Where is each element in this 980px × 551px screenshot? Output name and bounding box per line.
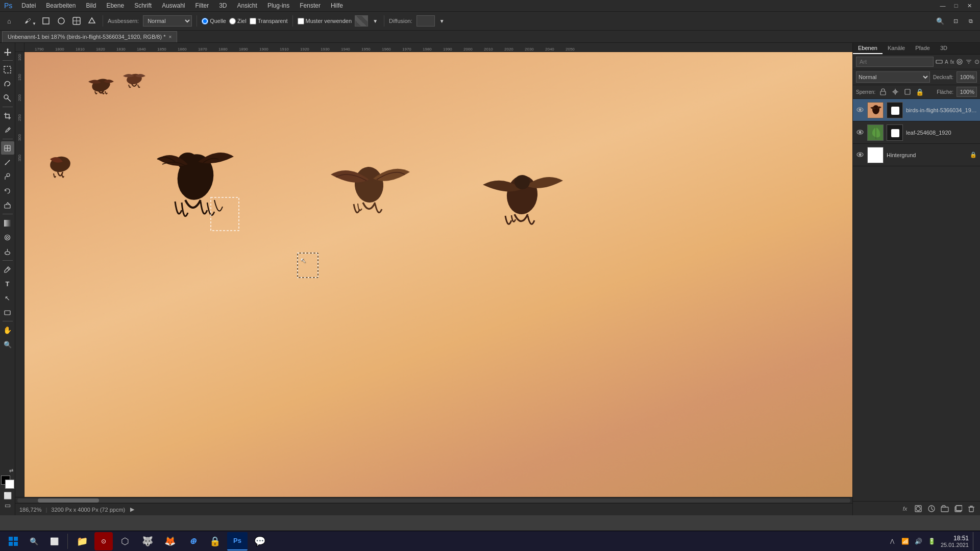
show-desktop-btn[interactable] (973, 532, 976, 550)
new-group-btn[interactable] (939, 503, 950, 514)
layer-item-bg[interactable]: Hintergrund 🔒 (853, 144, 980, 166)
history-brush-btn[interactable] (1, 184, 14, 197)
tab-3d[interactable]: 3D (935, 43, 952, 54)
tray-chevron[interactable]: ⋀ (888, 537, 897, 546)
layers-search-input[interactable] (856, 57, 934, 67)
add-mask-btn[interactable] (913, 503, 924, 514)
menu-bearbeiten[interactable]: Bearbeiten (42, 1, 80, 10)
filter-effect-btn[interactable]: fx (950, 57, 954, 67)
menu-filter[interactable]: Filter (191, 1, 213, 10)
quelle-radio[interactable] (202, 18, 208, 24)
taskbar-app6[interactable]: ⊕ (182, 532, 203, 550)
menu-3d[interactable]: 3D (215, 1, 231, 10)
maximize-button[interactable]: □ (949, 0, 963, 11)
filter-kind-btn[interactable] (936, 57, 943, 67)
square-brush-btn[interactable] (40, 15, 52, 27)
document-tab[interactable]: Unbenannt-1 bei 187% (birds-in-flight-53… (2, 31, 177, 42)
menu-bild[interactable]: Bild (82, 1, 100, 10)
lock-artboards-btn[interactable] (903, 87, 912, 96)
gradient-tool-btn[interactable] (1, 216, 14, 230)
menu-fenster[interactable]: Fenster (296, 1, 325, 10)
tab-ebenen[interactable]: Ebenen (853, 43, 883, 54)
taskbar-app7[interactable]: 🔒 (205, 532, 225, 550)
blend-mode-select[interactable]: Normal Auflösen Abdunkeln Multiplizieren (856, 71, 930, 83)
lock-position-btn[interactable] (891, 87, 900, 96)
aware-move-btn[interactable] (86, 15, 98, 27)
menu-ebene[interactable]: Ebene (102, 1, 128, 10)
add-adjustment-btn[interactable] (926, 503, 937, 514)
filter-toggle-btn[interactable]: ⊙ (974, 57, 979, 67)
taskbar-photoshop[interactable]: Ps (227, 532, 248, 550)
clock[interactable]: 18:51 25.01.2021 (941, 535, 969, 548)
filter-mode-btn[interactable] (956, 57, 963, 67)
text-tool-btn[interactable]: T (1, 277, 14, 290)
diffusion-expand-btn[interactable]: ▼ (438, 15, 446, 27)
lock-pixels-btn[interactable] (878, 87, 888, 96)
delete-layer-btn[interactable] (966, 503, 977, 514)
zoom-toggle-btn[interactable]: ⊡ (949, 15, 962, 27)
circle-brush-btn[interactable] (55, 15, 67, 27)
menu-ansicht[interactable]: Ansicht (233, 1, 261, 10)
hand-tool-btn[interactable]: ✋ (1, 323, 14, 337)
eyedropper-btn[interactable] (1, 123, 14, 137)
filter-name-btn[interactable]: A (945, 57, 948, 67)
layer-eye-birds[interactable] (856, 107, 864, 114)
canvas-area[interactable]: ↖ (24, 52, 852, 497)
layer-item-birds[interactable]: birds-in-flight-5366034_1920 (853, 99, 980, 121)
diffusion-input[interactable]: 5 (416, 15, 435, 27)
status-arrow[interactable]: ▶ (130, 506, 134, 513)
menu-auswahl[interactable]: Auswahl (158, 1, 189, 10)
search-button[interactable]: 🔍 (934, 15, 946, 27)
tab-pfade[interactable]: Pfade (910, 43, 935, 54)
muster-checkbox[interactable] (298, 18, 304, 24)
taskbar-app4[interactable]: 🐺 (137, 532, 158, 550)
tray-battery[interactable]: 🔋 (927, 537, 937, 546)
home-button[interactable]: ⌂ (3, 15, 15, 27)
fläche-input[interactable] (957, 87, 977, 97)
muster-swatch[interactable] (355, 15, 368, 27)
screen-mode-btn[interactable]: ▭ (5, 502, 11, 509)
tray-sound[interactable]: 🔊 (914, 537, 923, 546)
swap-colors-btn[interactable]: ⇄ (9, 468, 14, 473)
transparent-checkbox[interactable] (250, 18, 256, 24)
brush-tool-btn[interactable] (1, 156, 14, 169)
layer-item-leaf[interactable]: leaf-254608_1920 (853, 121, 980, 144)
quick-mask-btn[interactable]: ⬜ (4, 492, 12, 499)
taskbar-app2[interactable]: ⊙ (94, 532, 113, 550)
shape-tool-btn[interactable] (1, 306, 14, 319)
tray-network[interactable]: 📶 (901, 537, 910, 546)
taskbar-explorer[interactable]: 📁 (72, 532, 92, 550)
arrange-btn[interactable]: ⧉ (965, 15, 977, 27)
muster-expand-btn[interactable]: ▼ (371, 15, 379, 27)
move-tool-btn[interactable] (1, 45, 14, 58)
path-select-btn[interactable]: ↖ (1, 291, 14, 305)
clone-stamp-btn[interactable] (1, 170, 14, 183)
tab-close-btn[interactable]: × (168, 34, 172, 40)
fx-btn[interactable]: fx (899, 503, 911, 514)
new-layer-btn[interactable] (952, 503, 964, 514)
scroll-thumb[interactable] (38, 498, 99, 503)
pen-tool-btn[interactable] (1, 263, 14, 276)
layer-eye-leaf[interactable] (856, 129, 864, 136)
dodge-tool-btn[interactable] (1, 245, 14, 258)
rect-select-btn[interactable] (1, 63, 14, 76)
heal-patch-btn[interactable] (70, 15, 83, 27)
menu-plugins[interactable]: Plug-ins (263, 1, 293, 10)
menu-hilfe[interactable]: Hilfe (327, 1, 347, 10)
tool-preset-picker[interactable]: 🖌 ▼ (18, 15, 37, 27)
horizontal-scrollbar[interactable] (15, 497, 852, 503)
taskbar-app5[interactable]: 🦊 (160, 532, 180, 550)
opacity-input[interactable] (957, 71, 977, 83)
ausbessern-mode-select[interactable]: Normal Inhaltsbasiert (143, 15, 192, 27)
layer-eye-bg[interactable] (856, 152, 864, 159)
taskbar-app9[interactable]: 💬 (250, 532, 270, 550)
task-view-btn[interactable]: ⬜ (45, 532, 63, 550)
menu-datei[interactable]: Datei (17, 1, 40, 10)
ziel-radio[interactable] (229, 18, 236, 24)
lock-all-btn[interactable]: 🔒 (915, 87, 924, 96)
search-taskbar-btn[interactable]: 🔍 (24, 532, 43, 550)
patch-tool-btn[interactable] (1, 141, 14, 155)
minimize-button[interactable]: — (936, 0, 949, 11)
eraser-btn[interactable] (1, 198, 14, 212)
filter-attr-btn[interactable] (965, 57, 972, 67)
